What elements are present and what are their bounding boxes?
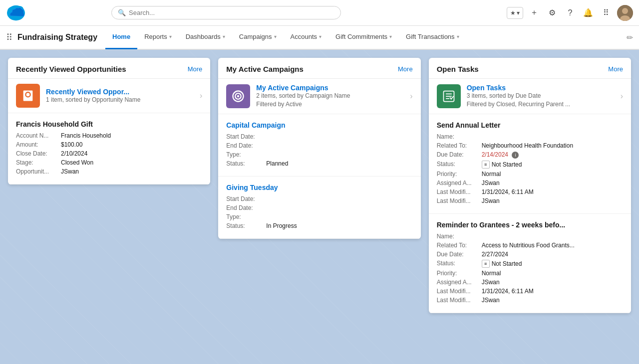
task2-due-label: Due Date: [437, 251, 482, 258]
edit-icon[interactable]: ✏ [627, 33, 633, 42]
avatar[interactable] [617, 5, 633, 21]
task2-lastmodif-date: 1/31/2024, 6:11 AM [482, 288, 534, 295]
task2-section: Reminder to Grantees - 2 weeks befo... N… [429, 214, 631, 313]
task2-status-value: ≡ Not Started [482, 260, 522, 268]
task1-info-icon[interactable]: i [512, 152, 519, 159]
recently-viewed-card: Recently Viewed Opportunities More Recen… [8, 58, 210, 184]
task1-due-value: 2/14/2024 i [482, 151, 519, 159]
task1-name-label: Name: [437, 133, 482, 140]
task1-status-row: Status: ≡ Not Started [437, 161, 623, 169]
task1-due-row: Due Date: 2/14/2024 i [437, 151, 623, 159]
app-name: Fundraising Strategy [17, 33, 97, 42]
capital-status-value: Planned [266, 160, 288, 167]
task1-name-row: Name: [437, 133, 623, 140]
giving-tuesday-section: Giving Tuesday Start Date: End Date: Typ… [218, 177, 420, 239]
task1-assigned-row: Assigned A... JSwan [437, 180, 623, 186]
task1-priority-value: Normal [482, 171, 501, 178]
open-tasks-more[interactable]: More [608, 65, 623, 73]
task2-related-row: Related To: Access to Nutritious Food Gr… [437, 242, 623, 249]
giving-tuesday-title[interactable]: Giving Tuesday [226, 183, 412, 191]
open-tasks-item-sub2: Filtered by Closed, Recurring Parent ... [467, 100, 615, 109]
gift-commitments-chevron: ▾ [389, 34, 392, 39]
task1-lastmodif2-row: Last Modifi... JSwan [437, 197, 623, 204]
task2-status-row: Status: ≡ Not Started [437, 260, 623, 268]
recently-viewed-arrow: › [200, 91, 202, 100]
app-bar: ⠿ Fundraising Strategy Home Reports ▾ Da… [0, 26, 639, 50]
notifications-icon[interactable]: 🔔 [581, 6, 595, 20]
task1-status-badge: ≡ Not Started [482, 161, 522, 169]
task1-lastmodif2-value: JSwan [482, 197, 500, 204]
task2-title[interactable]: Reminder to Grantees - 2 weeks befo... [437, 221, 623, 229]
tab-accounts[interactable]: Accounts ▾ [284, 25, 328, 49]
grid-icon[interactable]: ⠿ [6, 32, 12, 43]
task1-status-value: ≡ Not Started [482, 161, 522, 169]
task1-priority-row: Priority: Normal [437, 171, 623, 178]
tab-campaigns[interactable]: Campaigns ▾ [232, 25, 284, 49]
active-campaigns-item-sub1: 2 items, sorted by Campaign Name [256, 92, 404, 100]
task1-title[interactable]: Send Annual Letter [437, 121, 623, 129]
tab-dashboards[interactable]: Dashboards ▾ [179, 25, 232, 49]
giving-type-row: Type: [226, 213, 412, 220]
task1-assigned-value: JSwan [482, 180, 500, 186]
open-tasks-card: Open Tasks More Open Tasks 3 items, sort… [429, 58, 631, 313]
task1-assigned-label: Assigned A... [437, 180, 482, 186]
opportunity-detail: Francis Household Gift Account N... Fran… [8, 113, 210, 184]
label-account: Account N... [16, 132, 61, 139]
value-amount: $100.00 [61, 141, 82, 148]
top-navigation: 🔍 ★ ▾ ＋ ⚙ ? 🔔 ⠿ [0, 0, 639, 26]
tab-gift-transactions[interactable]: Gift Transactions ▾ [399, 25, 466, 49]
reports-chevron: ▾ [169, 34, 172, 39]
task1-related-label: Related To: [437, 142, 482, 149]
opportunity-title[interactable]: Francis Household Gift [16, 120, 202, 128]
search-bar[interactable]: 🔍 [111, 6, 341, 19]
setup-icon[interactable]: ⚙ [545, 6, 559, 20]
capital-campaign-section: Capital Campaign Start Date: End Date: T… [218, 114, 420, 177]
task2-assigned-value: JSwan [482, 279, 500, 286]
task2-status-label: Status: [437, 260, 482, 268]
accounts-chevron: ▾ [319, 34, 321, 39]
waffle-icon[interactable]: ⠿ [599, 6, 613, 20]
open-tasks-item-text: Open Tasks 3 items, sorted by Due Date F… [467, 84, 615, 109]
salesforce-logo[interactable] [6, 2, 26, 23]
task1-lastmodif-date: 1/31/2024, 6:11 AM [482, 188, 534, 195]
active-campaigns-more[interactable]: More [398, 65, 413, 73]
add-button[interactable]: ＋ [527, 6, 541, 20]
label-opportunity: Opportunit... [16, 168, 61, 175]
campaigns-chevron: ▾ [274, 34, 277, 39]
active-campaigns-item-text: My Active Campaigns 2 items, sorted by C… [256, 84, 404, 109]
giving-status-label: Status: [226, 222, 266, 229]
task2-priority-label: Priority: [437, 270, 482, 277]
giving-start-row: Start Date: [226, 195, 412, 202]
giving-status-value: In Progress [266, 222, 297, 229]
tab-gift-commitments[interactable]: Gift Commitments ▾ [328, 25, 399, 49]
capital-type-row: Type: [226, 151, 412, 158]
value-stage: Closed Won [61, 159, 93, 166]
capital-start-row: Start Date: [226, 133, 412, 140]
task2-related-value: Access to Nutritious Food Grants... [482, 242, 575, 249]
recently-viewed-item-sub: 1 item, sorted by Opportunity Name [46, 96, 194, 104]
recently-viewed-item-text: Recently Viewed Oppor... 1 item, sorted … [46, 88, 194, 104]
tab-reports[interactable]: Reports ▾ [137, 25, 179, 49]
task2-lastmodif-label: Last Modifi... [437, 288, 482, 295]
giving-status-row: Status: In Progress [226, 222, 412, 229]
tab-home[interactable]: Home [105, 25, 137, 49]
task2-due-row: Due Date: 2/27/2024 [437, 251, 623, 258]
search-input[interactable] [129, 9, 334, 16]
detail-row-opportunity: Opportunit... JSwan [16, 168, 202, 175]
open-tasks-list-item[interactable]: Open Tasks 3 items, sorted by Due Date F… [429, 79, 631, 114]
task1-lastmodif2-label: Last Modifi... [437, 197, 482, 204]
detail-row-closedate: Close Date: 2/10/2024 [16, 150, 202, 157]
active-campaigns-icon [226, 84, 250, 108]
task2-priority-row: Priority: Normal [437, 270, 623, 277]
recently-viewed-list-item[interactable]: Recently Viewed Oppor... 1 item, sorted … [8, 79, 210, 113]
giving-end-label: End Date: [226, 204, 266, 211]
favorites-button[interactable]: ★ ▾ [507, 7, 523, 19]
help-icon[interactable]: ? [563, 6, 577, 20]
task2-assigned-label: Assigned A... [437, 279, 482, 286]
recently-viewed-more[interactable]: More [188, 65, 203, 73]
active-campaigns-list-item[interactable]: My Active Campaigns 2 items, sorted by C… [218, 79, 420, 114]
active-campaigns-item-title: My Active Campaigns [256, 84, 404, 92]
recently-viewed-item-title: Recently Viewed Oppor... [46, 88, 194, 96]
giving-end-row: End Date: [226, 204, 412, 211]
capital-campaign-title[interactable]: Capital Campaign [226, 121, 412, 129]
